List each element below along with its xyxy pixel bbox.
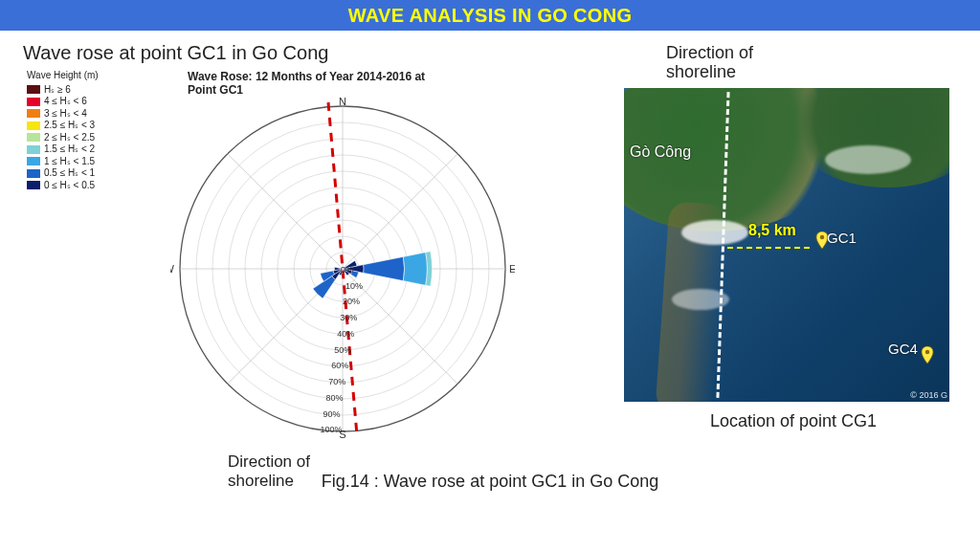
legend-swatch xyxy=(27,109,40,118)
svg-text:20%: 20% xyxy=(343,297,360,306)
svg-text:30%: 30% xyxy=(340,313,357,322)
compass-e: E xyxy=(509,263,515,275)
legend-label: 0.5 ≤ Hₛ < 1 xyxy=(44,167,95,180)
chart-title: Wave Rose: 12 Months of Year 2014-2016 a… xyxy=(188,70,456,97)
left-caption: Wave rose at point GC1 in Go Cong xyxy=(23,42,601,64)
legend-row: 3 ≤ Hₛ < 4 xyxy=(27,108,99,121)
pin-gc1-label: GC1 xyxy=(827,230,857,246)
compass-w: W xyxy=(170,263,175,275)
legend-swatch xyxy=(27,157,40,165)
distance-label: 8,5 km xyxy=(748,222,796,239)
legend-swatch xyxy=(27,145,40,154)
compass-n: N xyxy=(339,97,346,107)
svg-text:100%: 100% xyxy=(320,425,342,434)
legend-swatch xyxy=(27,85,40,94)
svg-text:60%: 60% xyxy=(331,361,348,370)
legend-label: 0 ≤ Hₛ < 0.5 xyxy=(44,180,95,192)
legend-row: 1.5 ≤ Hₛ < 2 xyxy=(27,143,99,156)
svg-text:0%: 0% xyxy=(341,265,353,275)
svg-text:90%: 90% xyxy=(323,409,340,419)
shoreline-label-right: Direction of shoreline xyxy=(666,44,781,82)
legend-row: 2.5 ≤ Hₛ < 3 xyxy=(27,120,99,132)
svg-point-26 xyxy=(925,349,930,354)
svg-text:50%: 50% xyxy=(334,345,351,355)
svg-text:70%: 70% xyxy=(328,377,345,386)
distance-arrow xyxy=(727,247,810,249)
location-map: Gò Công 8,5 km GC1 GC4 © 2016 G xyxy=(624,88,949,402)
page-title: WAVE ANALYSIS IN GO CONG xyxy=(348,5,633,27)
legend: Wave Height (m) Hₛ ≥ 64 ≤ Hₛ < 63 ≤ Hₛ <… xyxy=(27,70,99,191)
legend-row: Hₛ ≥ 6 xyxy=(27,84,99,97)
legend-swatch xyxy=(27,133,40,142)
legend-row: 0 ≤ Hₛ < 0.5 xyxy=(27,180,99,192)
legend-title: Wave Height (m) xyxy=(27,70,99,82)
map-copyright: © 2016 G xyxy=(910,390,947,400)
legend-swatch xyxy=(27,121,40,130)
polar-plot: N E S W 0%10%20%30%40%50%60%70%80%90%100… xyxy=(170,97,515,441)
shoreline-label-left: Direction of shoreline xyxy=(228,452,343,490)
legend-label: 2 ≤ Hₛ < 2.5 xyxy=(44,132,95,144)
svg-point-25 xyxy=(820,234,825,239)
legend-row: 1 ≤ Hₛ < 1.5 xyxy=(27,156,99,168)
svg-text:40%: 40% xyxy=(337,329,354,339)
legend-label: 4 ≤ Hₛ < 6 xyxy=(44,96,87,108)
legend-row: 0.5 ≤ Hₛ < 1 xyxy=(27,167,99,180)
header-bar: WAVE ANALYSIS IN GO CONG xyxy=(0,0,980,31)
legend-row: 2 ≤ Hₛ < 2.5 xyxy=(27,132,99,144)
legend-swatch xyxy=(27,169,40,178)
legend-label: 3 ≤ Hₛ < 4 xyxy=(44,108,87,121)
legend-label: Hₛ ≥ 6 xyxy=(44,84,71,97)
map-place-label: Gò Công xyxy=(630,143,691,161)
rose-wedge xyxy=(403,253,427,285)
legend-swatch xyxy=(27,98,40,106)
legend-swatch xyxy=(27,181,40,189)
svg-text:80%: 80% xyxy=(325,393,343,403)
legend-label: 2.5 ≤ Hₛ < 3 xyxy=(44,120,95,132)
rose-wedge xyxy=(364,256,405,280)
legend-label: 1 ≤ Hₛ < 1.5 xyxy=(44,156,95,168)
legend-label: 1.5 ≤ Hₛ < 2 xyxy=(44,143,95,156)
figure-caption: Fig.14 : Wave rose at point GC1 in Go Co… xyxy=(0,472,980,492)
legend-row: 4 ≤ Hₛ < 6 xyxy=(27,96,99,108)
svg-text:10%: 10% xyxy=(345,281,363,291)
pin-gc4 xyxy=(919,346,936,369)
pin-gc4-label: GC4 xyxy=(888,341,918,357)
wave-rose-chart: Wave Height (m) Hₛ ≥ 64 ≤ Hₛ < 63 ≤ Hₛ <… xyxy=(27,70,563,472)
map-caption: Location of point CG1 xyxy=(624,411,963,431)
